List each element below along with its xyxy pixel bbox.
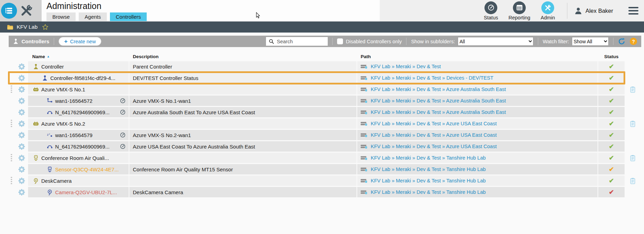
tab-browse[interactable]: Browse (46, 12, 76, 21)
clipboard-cell (625, 118, 641, 129)
clipboard-icon[interactable] (630, 155, 636, 161)
gear-icon[interactable] (18, 120, 25, 127)
path-link[interactable]: KFV Lab » Meraki » Dev & Test » Azure Au… (371, 109, 506, 115)
gear-icon[interactable] (18, 189, 25, 196)
expander-cell (9, 130, 15, 140)
camera-icon (47, 189, 53, 195)
expander-cell (9, 176, 15, 186)
user-icon (574, 7, 582, 15)
watch-filter-select[interactable]: Show All (572, 37, 609, 46)
path-link[interactable]: KFV Lab » Meraki » Dev & Test » Devices … (371, 75, 493, 81)
gear-icon[interactable] (18, 155, 25, 161)
robot-icon (33, 121, 39, 127)
column-header-description[interactable]: Description (129, 54, 357, 59)
column-header-status[interactable]: Status (598, 54, 625, 59)
gear-icon[interactable] (18, 178, 25, 184)
status-cell: ✔ (598, 141, 625, 152)
gear-icon[interactable] (18, 63, 25, 70)
column-header-path[interactable]: Path (357, 54, 598, 59)
table-row: DeskCameraKFV Lab » Meraki » Dev & Test … (9, 176, 641, 186)
controller-name[interactable]: Azure VMX-S No.1 (41, 87, 85, 92)
nav-status[interactable]: Status (484, 1, 498, 20)
nav-reporting[interactable]: Reporting (508, 1, 530, 20)
clipboard-icon[interactable] (630, 86, 636, 93)
controller-name[interactable]: Azure VMX-S No.2 (41, 121, 85, 127)
joystick-icon (33, 64, 39, 70)
tree-expander[interactable] (11, 177, 12, 184)
favorite-star-icon[interactable] (42, 24, 49, 30)
path-link[interactable]: KFV Lab » Meraki » Dev & Test » Tanshire… (371, 166, 486, 172)
device-icon (361, 87, 368, 92)
list-icon (5, 6, 14, 15)
tab-controllers[interactable]: Controllers (110, 12, 147, 21)
help-icon[interactable]: ? (630, 38, 637, 45)
controllers-table: Name ▲ Description Path Status Controlle… (9, 52, 641, 198)
controller-name[interactable]: Sensor-Q3CQ-4W24-4E7... (55, 166, 119, 172)
path-link[interactable]: KFV Lab » Meraki » Dev & Test » Azure Au… (371, 87, 506, 92)
controller-name[interactable]: N_641762946900969... (55, 109, 110, 115)
clipboard-cell (625, 164, 641, 174)
tree-expander[interactable] (11, 154, 12, 162)
table-row: Azure VMX-S No.2KFV Lab » Meraki » Dev &… (9, 118, 641, 129)
clipboard-icon[interactable] (630, 120, 636, 127)
name-cell: Controller (28, 61, 129, 72)
clipboard-cell (625, 187, 641, 197)
toolbar: Controllers + Create new Disabled Contro… (9, 36, 641, 47)
description-cell: Azure VMX-S No.2-wan1 (129, 130, 357, 140)
subfolders-select[interactable]: All (458, 37, 533, 46)
path-link[interactable]: KFV Lab » Meraki » Dev & Test » Azure US… (371, 121, 497, 126)
device-icon (361, 64, 368, 69)
path-cell: KFV Lab » Meraki » Dev & Test » Azure Au… (357, 84, 598, 94)
path-link[interactable]: KFV Lab » Meraki » Dev & Test » Azure US… (371, 144, 497, 149)
gear-icon[interactable] (18, 75, 25, 81)
gear-icon[interactable] (18, 166, 25, 173)
gear-icon[interactable] (18, 143, 25, 150)
sensor-icon (47, 166, 53, 172)
gear-icon[interactable] (18, 86, 25, 93)
breadcrumb-folder[interactable]: KFV Lab (17, 24, 37, 30)
hamburger-menu-icon[interactable] (628, 7, 638, 15)
name-cell: Sensor-Q3CQ-4W24-4E7... (28, 164, 129, 174)
path-cell: KFV Lab » Meraki » Dev & Test » Azure US… (357, 118, 598, 129)
controller-name[interactable]: Controller-f8581f4c-df29-4... (50, 75, 115, 81)
tree-expander[interactable] (11, 120, 12, 127)
gear-icon[interactable] (18, 132, 25, 138)
name-cell: Camera-Q2GV-UBU2-7L... (28, 187, 129, 197)
clipboard-icon[interactable] (630, 178, 636, 184)
search-input[interactable] (276, 38, 325, 45)
disabled-controllers-checkbox[interactable] (337, 38, 343, 44)
path-cell: KFV Lab » Meraki » Dev & Test » Azure US… (357, 141, 598, 152)
table-row: N_641762946900969...Azure USA East Coast… (9, 141, 641, 152)
user-menu[interactable]: Alex Baker (574, 7, 613, 15)
refresh-icon[interactable] (618, 38, 625, 45)
controller-name[interactable]: wan1-16564572 (55, 98, 93, 104)
create-new-button[interactable]: + Create new (59, 37, 101, 46)
status-check-icon: ✔ (609, 143, 614, 150)
name-cell: Controller-f8581f4c-df29-4... (28, 73, 129, 83)
tab-agents[interactable]: Agents (79, 12, 107, 21)
name-cell: Azure VMX-S No.2 (28, 118, 129, 129)
path-link[interactable]: KFV Lab » Meraki » Dev & Test » Tanshire… (371, 189, 486, 195)
controller-name[interactable]: Controller (41, 64, 64, 70)
path-link[interactable]: KFV Lab » Meraki » Dev & Test » Tanshire… (371, 155, 486, 161)
path-link[interactable]: KFV Lab » Meraki » Dev & Test » Azure US… (371, 132, 497, 138)
description-text: Azure VMX-S No.2-wan1 (133, 132, 191, 138)
app-logo[interactable] (1, 3, 17, 19)
gear-icon[interactable] (18, 109, 25, 116)
nav-admin[interactable]: Admin (541, 1, 555, 20)
path-cell: KFV Lab » Meraki » Dev & Test » Tanshire… (357, 176, 598, 186)
path-link[interactable]: KFV Lab » Meraki » Dev & Test » Azure Au… (371, 98, 506, 104)
divider (538, 38, 538, 45)
controller-name[interactable]: wan1-16564579 (55, 132, 93, 138)
controller-name[interactable]: N_641762946900969... (55, 144, 110, 150)
device-icon (361, 99, 368, 103)
path-link[interactable]: KFV Lab » Meraki » Dev & Test (371, 64, 441, 69)
tree-expander[interactable] (11, 86, 12, 93)
controller-name[interactable]: Conference Room Air Quali... (41, 155, 109, 161)
gear-icon[interactable] (18, 98, 25, 104)
device-icon (361, 167, 368, 172)
controller-name[interactable]: DeskCamera (41, 178, 72, 184)
path-link[interactable]: KFV Lab » Meraki » Dev & Test » Tanshire… (371, 178, 486, 183)
controller-name[interactable]: Camera-Q2GV-UBU2-7L... (55, 189, 117, 195)
column-header-name[interactable]: Name (32, 54, 45, 59)
